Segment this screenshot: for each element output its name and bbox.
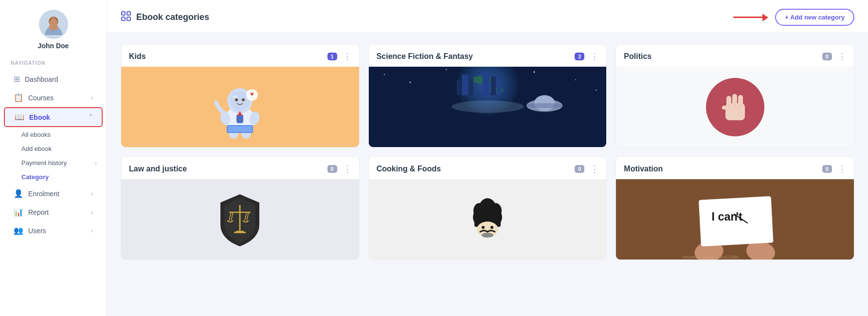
svg-rect-21 xyxy=(228,126,252,132)
card-badge-politics: 0 xyxy=(822,53,832,60)
sidebar-item-add-ebook[interactable]: Add ebook xyxy=(0,142,107,156)
payment-history-chevron: › xyxy=(95,160,97,167)
svg-rect-37 xyxy=(462,74,468,95)
main-content: Ebook categories + Add new category Kids… xyxy=(107,0,868,316)
enrolment-chevron-icon: › xyxy=(91,190,93,197)
sidebar-item-users-label: Users xyxy=(28,227,46,235)
card-badge-law: 0 xyxy=(327,165,337,173)
chevron-down-icon: ˅ xyxy=(89,114,92,121)
sidebar: John Doe NAVIGATION ⊞ Dashboard 📋 Course… xyxy=(0,0,107,316)
user-name: John Doe xyxy=(38,42,69,50)
kids-menu-dots[interactable]: ⋮ xyxy=(343,51,352,62)
svg-rect-39 xyxy=(482,72,489,95)
svg-point-65 xyxy=(473,203,485,219)
page-title: Ebook categories xyxy=(136,12,209,22)
sidebar-item-payment-history[interactable]: Payment history › xyxy=(0,156,107,170)
svg-point-27 xyxy=(409,81,411,83)
svg-text:shutterstock.com • 264221586: shutterstock.com • 264221586 xyxy=(683,255,739,260)
svg-point-44 xyxy=(534,95,555,111)
users-icon: 👥 xyxy=(14,226,23,235)
sidebar-item-ebook-label: Ebook xyxy=(29,113,50,121)
nav-list: ⊞ Dashboard 📋 Courses › 📖 Ebook ˅ All eb… xyxy=(0,70,107,240)
svg-rect-61 xyxy=(234,232,246,233)
card-badge-kids: 1 xyxy=(327,53,337,60)
svg-point-15 xyxy=(233,95,237,98)
sidebar-item-users[interactable]: 👥 Users › xyxy=(4,222,103,240)
categories-grid: Kids 1 ⋮ xyxy=(107,33,868,271)
svg-rect-38 xyxy=(469,79,473,95)
svg-rect-48 xyxy=(732,94,737,106)
badge-menu-cooking: 0 ⋮ xyxy=(575,164,599,174)
sidebar-item-ebook[interactable]: 📖 Ebook ˅ xyxy=(4,107,103,127)
card-badge-cooking: 0 xyxy=(575,165,584,173)
card-header-law: Law and justice 0 ⋮ xyxy=(121,157,359,179)
scifi-menu-dots[interactable]: ⋮ xyxy=(590,51,599,62)
sidebar-item-dashboard[interactable]: ⊞ Dashboard xyxy=(4,70,103,88)
law-image xyxy=(121,179,359,260)
card-header-kids: Kids 1 ⋮ xyxy=(121,44,359,67)
card-header-cooking: Cooking & Foods 0 ⋮ xyxy=(369,157,607,179)
report-chevron-icon: › xyxy=(91,209,93,216)
cooking-menu-dots[interactable]: ⋮ xyxy=(590,164,599,174)
category-card-law: Law and justice 0 ⋮ xyxy=(121,156,360,260)
svg-rect-8 xyxy=(122,17,125,20)
category-card-motivation: Motivation 0 ⋮ I can ' xyxy=(615,156,854,260)
sidebar-item-category[interactable]: Category xyxy=(0,170,107,184)
sidebar-item-report-label: Report xyxy=(28,208,49,216)
card-title-cooking: Cooking & Foods xyxy=(377,165,441,173)
politics-menu-dots[interactable]: ⋮ xyxy=(838,51,847,62)
svg-point-70 xyxy=(482,233,493,238)
svg-point-32 xyxy=(596,90,597,91)
svg-point-28 xyxy=(446,69,447,70)
ebook-categories-icon xyxy=(121,11,131,24)
svg-rect-7 xyxy=(127,12,130,15)
svg-rect-22 xyxy=(236,114,243,123)
card-badge-motivation: 0 xyxy=(822,165,832,173)
sidebar-item-all-ebooks[interactable]: All ebooks xyxy=(0,128,107,142)
svg-rect-40 xyxy=(490,76,496,95)
svg-point-4 xyxy=(49,24,58,30)
card-title-politics: Politics xyxy=(624,52,651,61)
chevron-right-icon: › xyxy=(91,94,93,101)
category-card-scifi: Science Fiction & Fantasy 2 ⋮ xyxy=(368,44,607,148)
svg-text:I can: I can xyxy=(712,210,738,223)
motivation-menu-dots[interactable]: ⋮ xyxy=(838,164,847,174)
kids-image xyxy=(121,67,359,147)
svg-point-13 xyxy=(235,98,238,101)
badge-menu-law: 0 ⋮ xyxy=(327,164,352,174)
sidebar-item-courses-label: Courses xyxy=(28,94,54,102)
sidebar-item-courses[interactable]: 📋 Courses › xyxy=(4,89,103,107)
svg-point-68 xyxy=(482,226,485,229)
ebook-icon: 📖 xyxy=(15,112,24,122)
svg-point-31 xyxy=(575,79,576,80)
motivation-image: I can 't shutterstock.com • 264221586 xyxy=(616,179,854,260)
scifi-image xyxy=(369,67,607,147)
fist-circle xyxy=(706,78,764,136)
cooking-image xyxy=(369,179,607,260)
law-menu-dots[interactable]: ⋮ xyxy=(343,164,352,174)
sidebar-item-enrolment[interactable]: 👤 Enrolment › xyxy=(4,185,103,203)
badge-menu-motivation: 0 ⋮ xyxy=(822,164,847,174)
svg-rect-9 xyxy=(127,17,130,20)
sidebar-item-dashboard-label: Dashboard xyxy=(25,75,58,83)
category-card-kids: Kids 1 ⋮ xyxy=(121,44,360,148)
courses-icon: 📋 xyxy=(14,93,23,102)
header-right: + Add new category xyxy=(733,9,854,26)
svg-point-14 xyxy=(242,98,245,101)
card-header-scifi: Science Fiction & Fantasy 2 ⋮ xyxy=(369,44,607,67)
sidebar-item-enrolment-label: Enrolment xyxy=(28,190,59,198)
sidebar-item-report[interactable]: 📊 Report › xyxy=(4,203,103,221)
add-category-button[interactable]: + Add new category xyxy=(775,9,854,26)
svg-point-42 xyxy=(452,100,524,112)
svg-point-69 xyxy=(490,226,493,229)
card-title-motivation: Motivation xyxy=(624,165,663,173)
category-card-cooking: Cooking & Foods 0 ⋮ xyxy=(368,156,607,260)
ebook-submenu: All ebooks Add ebook Payment history › C… xyxy=(0,128,107,184)
card-header-politics: Politics 0 ⋮ xyxy=(616,44,854,67)
page-header: Ebook categories + Add new category xyxy=(107,0,868,33)
card-header-motivation: Motivation 0 ⋮ xyxy=(616,157,854,179)
add-category-arrow-indicator xyxy=(733,14,768,21)
svg-point-45 xyxy=(526,103,562,109)
svg-point-26 xyxy=(383,74,384,75)
svg-rect-50 xyxy=(722,106,728,110)
